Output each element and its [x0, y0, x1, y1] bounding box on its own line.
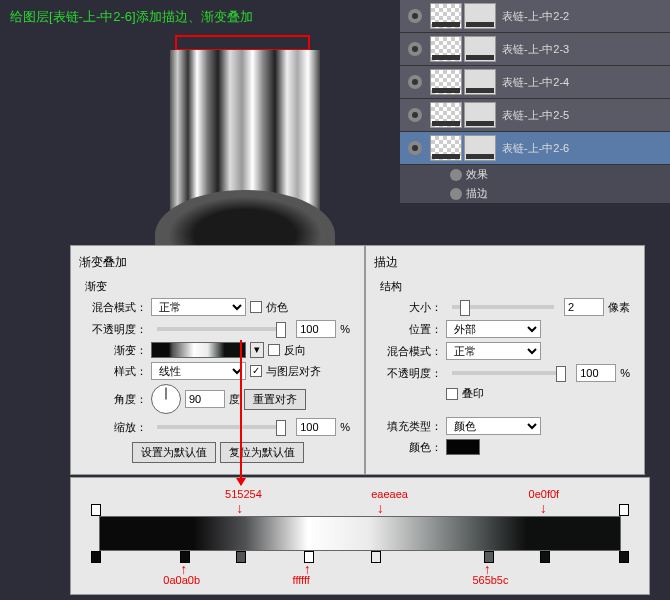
- align-checkbox[interactable]: [250, 365, 262, 377]
- opacity-stop[interactable]: [619, 504, 629, 516]
- blend-label: 混合模式：: [380, 344, 442, 359]
- layer-item[interactable]: 表链-上-中2-4: [400, 66, 670, 99]
- opacity-input[interactable]: [296, 320, 336, 338]
- opacity-label: 不透明度：: [85, 322, 147, 337]
- angle-input[interactable]: [185, 390, 225, 408]
- blend-label: 混合模式：: [85, 300, 147, 315]
- hex-label: 0a0a0b: [163, 574, 200, 586]
- scale-label: 缩放：: [85, 420, 147, 435]
- layers-panel: 表链-上-中2-2 表链-上-中2-3 表链-上-中2-4 表链-上-中2-5 …: [400, 0, 670, 203]
- color-stop[interactable]: [236, 551, 246, 563]
- color-label: 颜色：: [380, 440, 442, 455]
- position-label: 位置：: [380, 322, 442, 337]
- color-stop[interactable]: [371, 551, 381, 563]
- style-select[interactable]: 线性: [151, 362, 246, 380]
- layer-item-selected[interactable]: 表链-上-中2-6: [400, 132, 670, 165]
- opacity-slider[interactable]: [157, 327, 286, 331]
- opacity-label: 不透明度：: [380, 366, 442, 381]
- eye-icon: [450, 188, 462, 200]
- blend-select[interactable]: 正常: [446, 342, 541, 360]
- angle-label: 角度：: [85, 392, 147, 407]
- eye-icon[interactable]: [408, 108, 422, 122]
- set-default-button[interactable]: 设置为默认值: [132, 442, 216, 463]
- group-label: 渐变: [85, 279, 350, 294]
- overprint-checkbox[interactable]: [446, 388, 458, 400]
- hex-label: 0e0f0f: [529, 488, 560, 500]
- size-label: 大小：: [380, 300, 442, 315]
- opacity-input[interactable]: [576, 364, 616, 382]
- gradient-bar[interactable]: [99, 516, 621, 551]
- style-label: 样式：: [85, 364, 147, 379]
- gradient-label: 渐变：: [85, 343, 147, 358]
- filltype-label: 填充类型：: [380, 419, 442, 434]
- preview-image: [130, 30, 380, 240]
- layer-fx-header[interactable]: 效果: [400, 165, 670, 184]
- group-label: 结构: [380, 279, 630, 294]
- panel-title: 描边: [374, 254, 636, 271]
- dither-checkbox[interactable]: [250, 301, 262, 313]
- stroke-panel: 描边 结构 大小： 像素 位置： 外部 混合模式： 正常 不透明度： % 叠印 …: [365, 245, 645, 475]
- layer-item[interactable]: 表链-上-中2-2: [400, 0, 670, 33]
- reset-align-button[interactable]: 重置对齐: [244, 389, 306, 410]
- eye-icon[interactable]: [408, 141, 422, 155]
- gradient-overlay-panel: 渐变叠加 渐变 混合模式： 正常 仿色 不透明度： % 渐变： ▾ 反向 样式：…: [70, 245, 365, 475]
- eye-icon: [450, 169, 462, 181]
- hex-label: eaeaea: [371, 488, 408, 500]
- reset-default-button[interactable]: 复位为默认值: [220, 442, 304, 463]
- eye-icon[interactable]: [408, 9, 422, 23]
- color-stop[interactable]: [619, 551, 629, 563]
- color-swatch[interactable]: [446, 439, 480, 455]
- position-select[interactable]: 外部: [446, 320, 541, 338]
- hex-label: ffffff: [293, 574, 310, 586]
- panel-title: 渐变叠加: [79, 254, 356, 271]
- size-slider[interactable]: [452, 305, 554, 309]
- callout-arrow: [240, 340, 242, 485]
- opacity-stop[interactable]: [91, 504, 101, 516]
- page-title: 给图层[表链-上-中2-6]添加描边、渐变叠加: [10, 8, 253, 26]
- color-stop[interactable]: [540, 551, 550, 563]
- layer-item[interactable]: 表链-上-中2-3: [400, 33, 670, 66]
- reverse-checkbox[interactable]: [268, 344, 280, 356]
- gradient-preview[interactable]: [151, 342, 246, 358]
- filltype-select[interactable]: 颜色: [446, 417, 541, 435]
- gradient-editor: 515254 ↓ eaeaea ↓ 0e0f0f ↓ ↑ 0a0a0b ↑ ff…: [70, 477, 650, 595]
- layer-fx-stroke[interactable]: 描边: [400, 184, 670, 203]
- blend-select[interactable]: 正常: [151, 298, 246, 316]
- scale-input[interactable]: [296, 418, 336, 436]
- color-stop[interactable]: [91, 551, 101, 563]
- angle-dial[interactable]: [151, 384, 181, 414]
- size-input[interactable]: [564, 298, 604, 316]
- layer-item[interactable]: 表链-上-中2-5: [400, 99, 670, 132]
- eye-icon[interactable]: [408, 42, 422, 56]
- opacity-slider[interactable]: [452, 371, 566, 375]
- eye-icon[interactable]: [408, 75, 422, 89]
- hex-label: 565b5c: [472, 574, 508, 586]
- scale-slider[interactable]: [157, 425, 286, 429]
